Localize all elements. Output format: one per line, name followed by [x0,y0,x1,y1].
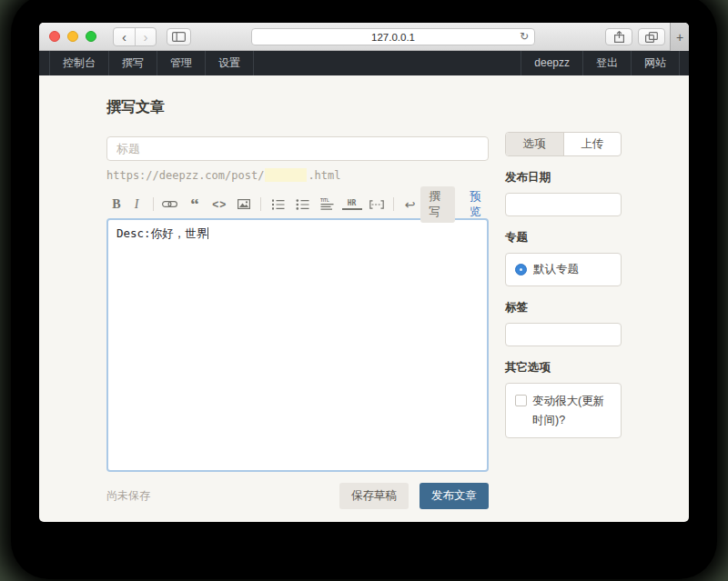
address-bar[interactable]: 127.0.0.1 ↻ [251,28,535,45]
toolbar-divider [393,197,394,211]
publish-date-input[interactable] [505,193,622,216]
browser-window: ‹ › 127.0.0.1 ↻ + [39,23,689,522]
topic-label: 专题 [505,230,622,245]
italic-icon[interactable]: I [126,197,147,212]
link-icon[interactable] [160,200,180,208]
heading-title-icon[interactable]: TITL [317,198,337,210]
back-button[interactable]: ‹ [114,28,135,45]
tabs-icon [645,32,658,43]
sidebar-icon [172,32,186,42]
tab-options[interactable]: 选项 [506,133,563,155]
editor-footer: 尚未保存 保存草稿 发布文章 [106,483,489,509]
nav-item-console[interactable]: 控制台 [50,51,109,75]
post-title-input[interactable] [106,136,489,161]
options-sidebar: 选项 上传 发布日期 专题 默认专题 标签 其它选项 [505,132,622,509]
post-url-preview: https://deepzz.com/post/ .html [106,168,489,182]
zoom-window-button[interactable] [86,31,96,42]
nav-item-write[interactable]: 撰写 [109,51,157,75]
nav-item-manage[interactable]: 管理 [157,51,206,75]
other-options-label: 其它选项 [505,360,622,376]
image-icon[interactable] [234,199,254,209]
svg-text:TITL: TITL [320,198,329,203]
publish-button[interactable]: 发布文章 [420,483,489,509]
history-nav-group: ‹ › [113,27,157,46]
topic-option-default[interactable]: 默认专题 [515,262,612,277]
tags-input[interactable] [505,323,622,346]
editor-toolbar: B I “ <> [106,194,489,215]
nav-item-logout[interactable]: 登出 [582,51,631,75]
page-break-icon[interactable] [367,200,387,209]
bold-icon[interactable]: B [106,197,126,212]
tab-upload[interactable]: 上传 [563,133,622,155]
page-title: 撰写文章 [106,98,489,117]
sidebar-tabs: 选项 上传 [505,132,622,156]
other-options-box: 变动很大(更新时间)? [505,383,622,438]
forward-button[interactable]: › [135,28,156,45]
url-suffix: .html [308,169,340,182]
nav-item-username[interactable]: deepzz [521,51,582,75]
major-change-option[interactable]: 变动很大(更新时间)? [515,392,612,429]
topic-option-label: 默认专题 [533,262,579,277]
navbar-right: deepzz 登出 网站 [521,51,680,75]
page-content: 撰写文章 https://deepzz.com/post/ .html B I [39,75,689,509]
publish-date-label: 发布日期 [505,170,622,185]
tab-overview-button[interactable] [638,28,665,45]
ordered-list-icon[interactable] [268,199,288,210]
undo-icon[interactable]: ↩ [400,197,420,212]
tab-preview[interactable]: 预览 [468,186,489,223]
checkbox-unchecked-icon[interactable] [515,395,527,406]
editor-column: 撰写文章 https://deepzz.com/post/ .html B I [106,75,489,509]
horizontal-rule-icon[interactable]: HR [342,199,362,210]
share-button[interactable] [605,28,632,45]
browser-titlebar: ‹ › 127.0.0.1 ↻ + [39,23,689,51]
close-window-button[interactable] [49,31,60,42]
tab-write[interactable]: 撰写 [420,186,456,223]
unordered-list-icon[interactable] [292,199,312,210]
blockquote-icon[interactable]: “ [185,199,205,210]
traffic-lights [49,31,96,42]
navbar-left: 控制台 撰写 管理 设置 [49,51,254,75]
minimize-window-button[interactable] [67,31,78,42]
sidebar-toggle-button[interactable] [167,28,191,45]
url-prefix: https://deepzz.com/post/ [106,169,264,182]
editor-text: Desc:你好，世界 [116,226,207,240]
toolbar-divider [260,197,261,211]
tags-label: 标签 [505,300,622,316]
new-tab-button[interactable]: + [670,23,689,51]
editor-textarea[interactable]: Desc:你好，世界 [106,218,489,472]
address-url: 127.0.0.1 [371,32,415,43]
share-icon [614,31,624,43]
code-icon[interactable]: <> [209,198,229,211]
text-caret [207,227,208,239]
topic-box: 默认专题 [505,253,622,286]
url-slug-field[interactable] [265,168,307,182]
editor-mode-tabs: 撰写 预览 [420,186,489,223]
major-change-label: 变动很大(更新时间)? [532,392,612,429]
save-draft-button[interactable]: 保存草稿 [339,483,409,509]
radio-selected-icon[interactable] [515,264,527,275]
toolbar-divider [153,197,154,211]
reload-icon[interactable]: ↻ [520,30,529,43]
app-navbar: 控制台 撰写 管理 设置 deepzz 登出 网站 [39,51,689,75]
save-status: 尚未保存 [106,488,150,504]
nav-item-settings[interactable]: 设置 [206,51,254,75]
nav-item-website[interactable]: 网站 [631,51,679,75]
